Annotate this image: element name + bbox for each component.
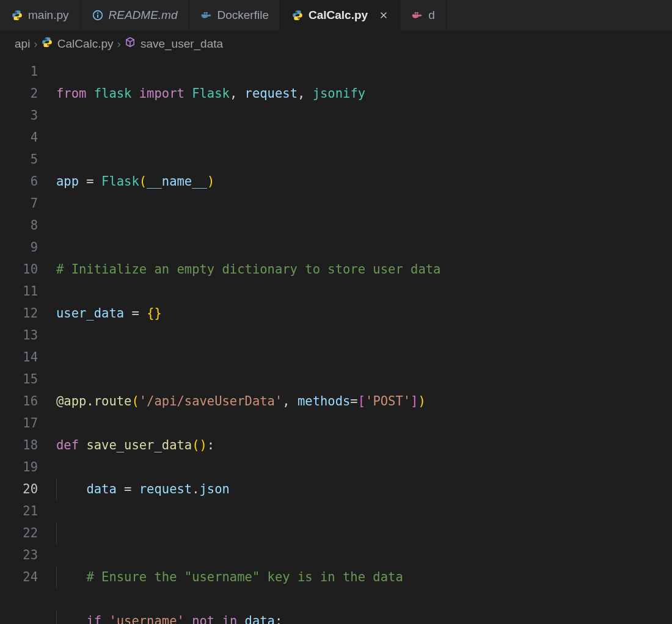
breadcrumb-folder[interactable]: api xyxy=(15,37,30,51)
breadcrumb: api › CalCalc.py › save_user_data xyxy=(0,31,672,57)
tab-label: CalCalc.py xyxy=(309,9,368,22)
svg-rect-6 xyxy=(203,12,205,14)
svg-rect-1 xyxy=(97,15,98,18)
breadcrumb-file[interactable]: CalCalc.py xyxy=(42,37,114,51)
python-icon xyxy=(11,9,23,21)
tab-label: Dockerfile xyxy=(217,9,269,22)
editor-tab-bar: main.py README.md Dockerfile CalCalc.py … xyxy=(0,0,672,31)
python-icon xyxy=(42,37,53,51)
breadcrumb-symbol[interactable]: save_user_data xyxy=(125,37,223,51)
tab-truncated[interactable]: d xyxy=(400,0,447,31)
close-icon[interactable] xyxy=(379,10,389,20)
docker-icon xyxy=(200,9,213,21)
tab-calcalc-py[interactable]: CalCalc.py xyxy=(280,0,400,31)
svg-rect-12 xyxy=(417,12,418,14)
chevron-right-icon: › xyxy=(34,37,37,51)
tab-label: d xyxy=(428,9,435,22)
tab-label: README.md xyxy=(109,9,178,22)
info-icon xyxy=(92,9,104,21)
python-icon xyxy=(291,9,304,21)
code-content[interactable]: from flask import Flask, request, jsonif… xyxy=(56,57,672,624)
chevron-right-icon: › xyxy=(117,37,121,51)
svg-rect-11 xyxy=(415,12,417,14)
line-number-gutter: 123456789101112131415161718192021222324 xyxy=(0,57,56,624)
docker-icon xyxy=(411,9,423,21)
tab-readme-md[interactable]: README.md xyxy=(81,0,189,31)
tab-main-py[interactable]: main.py xyxy=(0,0,81,31)
symbol-function-icon xyxy=(125,37,136,51)
tab-label: main.py xyxy=(28,9,69,22)
tab-dockerfile[interactable]: Dockerfile xyxy=(189,0,280,31)
code-editor[interactable]: 123456789101112131415161718192021222324 … xyxy=(0,57,672,624)
svg-point-2 xyxy=(97,12,98,13)
svg-rect-7 xyxy=(206,12,208,14)
